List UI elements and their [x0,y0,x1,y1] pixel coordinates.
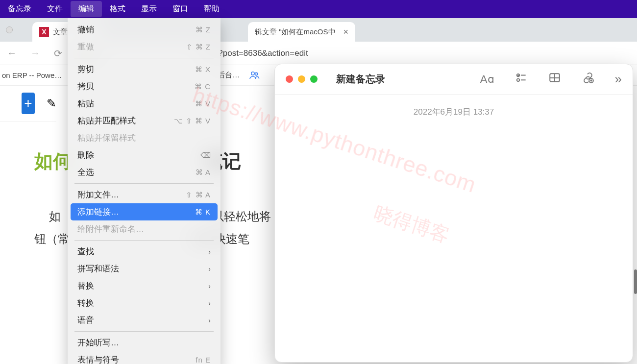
svg-point-0 [251,72,254,74]
notes-body[interactable]: 2022年6月19日 13:37 [275,95,633,118]
menu-rename-attachment: 给附件重新命名… [71,220,218,238]
notes-date: 2022年6月19日 13:37 [275,106,633,118]
menu-separator [74,240,214,241]
menu-speech[interactable]: 语音› [71,312,218,329]
menubar-help[interactable]: 帮助 [196,1,227,17]
menu-redo: 重做⇧ ⌘ Z [71,38,218,55]
menu-separator [74,58,214,58]
article-heading: 如何 [34,149,72,174]
chevron-right-icon: › [208,316,211,324]
menubar-view[interactable]: 显示 [133,1,165,17]
table-icon[interactable] [548,72,561,87]
svg-point-4 [516,78,519,81]
pen-icon[interactable]: ✎ [47,97,56,110]
menubar-window[interactable]: 窗口 [165,1,196,17]
menubar-file[interactable]: 文件 [39,1,71,17]
tab-label: 辑文章 "如何在macOS中 [255,27,336,37]
notes-window: 新建备忘录 Aɑ » 2022年6月19日 13:37 [274,64,633,363]
chevron-right-icon: › [208,265,211,273]
bookmark-item[interactable]: on ERP -- Powe… [2,71,62,79]
menu-separator [74,331,214,332]
menu-cut[interactable]: 剪切⌘ X [71,61,218,78]
chevron-right-icon: › [208,299,211,307]
menu-find[interactable]: 查找› [71,243,218,260]
chevron-right-icon: › [208,248,211,256]
menubar-app[interactable]: 备忘录 [0,1,39,17]
format-text-icon[interactable]: Aɑ [480,73,494,86]
menu-start-dictation[interactable]: 开始听写… [71,334,218,351]
tab-close-icon[interactable]: × [343,27,349,37]
notes-titlebar: 新建备忘录 Aɑ » [275,64,633,95]
menu-spelling[interactable]: 拼写和语法› [71,260,218,277]
backspace-icon: ⌫ [200,151,211,160]
add-block-button[interactable]: + [22,93,35,114]
checklist-icon[interactable] [515,72,528,87]
chevron-right-icon: › [208,282,211,290]
traffic-light-close[interactable] [286,75,293,83]
tab-label: 文章 [53,27,68,37]
bookmark-item[interactable]: 后台… [218,71,240,80]
menu-transformations[interactable]: 转换› [71,294,218,312]
menubar-edit[interactable]: 编辑 [71,1,102,17]
menu-select-all[interactable]: 全选⌘ A [71,164,218,181]
window-control-dot[interactable] [6,26,13,33]
link-icon[interactable] [582,72,594,87]
menu-attach-file[interactable]: 附加文件…⇧ ⌘ A [71,186,218,203]
menu-paste-match[interactable]: 粘贴并匹配样式⌥ ⇧ ⌘ V [71,112,218,129]
menubar-format[interactable]: 格式 [102,1,133,17]
editor-toolbar: + ✎ [0,86,56,121]
notes-toolbar: Aɑ » [480,72,622,87]
browser-tab-2[interactable]: 辑文章 "如何在macOS中 × [248,22,355,42]
more-icon[interactable]: » [615,72,622,87]
traffic-light-minimize[interactable] [298,75,305,83]
menu-paste[interactable]: 粘贴⌘ V [71,95,218,112]
system-menubar: 备忘录 文件 编辑 格式 显示 窗口 帮助 [0,0,637,18]
nav-fwd-icon: → [27,48,43,59]
menu-emoji[interactable]: 表情与符号fn E [71,351,218,364]
menu-copy[interactable]: 拷贝⌘ C [71,78,218,95]
menu-paste-keep: 粘贴并保留样式 [71,129,218,146]
people-icon[interactable] [248,70,260,81]
menu-add-link[interactable]: 添加链接…⌘ K [71,203,218,220]
menu-delete[interactable]: 删除⌫ [71,146,218,164]
menu-substitutions[interactable]: 替换› [71,277,218,294]
menu-separator [74,183,214,184]
nav-reload-icon[interactable]: ⟳ [51,48,65,59]
edit-menu-dropdown: 撤销⌘ Z 重做⇧ ⌘ Z 剪切⌘ X 拷贝⌘ C 粘贴⌘ V 粘贴并匹配样式⌥… [68,18,220,364]
notes-title: 新建备忘录 [336,73,385,86]
svg-point-1 [255,73,258,75]
tab-favicon: X [39,27,49,37]
menu-undo[interactable]: 撤销⌘ Z [71,21,218,38]
scrollbar-thumb[interactable] [634,269,637,294]
nav-back-icon[interactable]: ← [4,48,20,59]
traffic-light-zoom[interactable] [310,75,318,83]
